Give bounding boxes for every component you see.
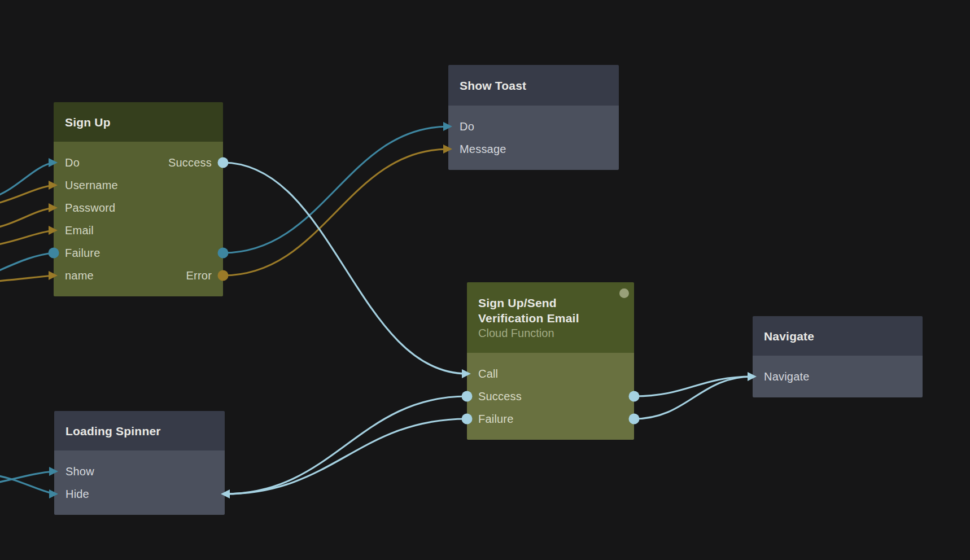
port-label-left: Message <box>460 143 506 156</box>
node-ports: Navigate <box>753 356 923 397</box>
wire-cloud-failure-to-spinner-hide[interactable] <box>225 419 467 494</box>
node-status-dot-icon <box>619 288 629 298</box>
port-row-success[interactable]: Success <box>467 385 634 408</box>
port-label-left: Failure <box>65 247 101 260</box>
wire-signup-failure-to-offscreen[interactable] <box>0 253 54 275</box>
node-ports: ShowHide <box>54 450 225 515</box>
port-label-left: Success <box>478 390 522 403</box>
port-label-left: Do <box>65 156 80 169</box>
node-title: Sign Up/Send Verification Email <box>478 295 619 326</box>
port-row-email[interactable]: Email <box>54 219 223 242</box>
wire-offscreen-to-signup-do[interactable] <box>0 163 54 199</box>
node-title: Navigate <box>764 329 908 344</box>
wire-cloud-success-to-spinner-hide[interactable] <box>225 396 467 494</box>
wire-signup-failure-to-toast-do[interactable] <box>223 126 448 253</box>
port-row-failure[interactable]: Failure <box>54 242 223 264</box>
node-ports: DoMessage <box>448 106 619 170</box>
node-ports: CallSuccessFailure <box>467 353 634 440</box>
node-graph-canvas[interactable]: Sign UpDoSuccessUsernamePasswordEmailFai… <box>0 0 970 560</box>
port-label-left: Do <box>460 120 474 133</box>
wire-offscreen-to-spinner-hide[interactable] <box>0 474 54 494</box>
node-header[interactable]: Navigate <box>753 316 923 356</box>
port-row-name[interactable]: nameError <box>54 264 223 287</box>
wire-offscreen-to-signup-email[interactable] <box>0 230 54 246</box>
port-label-left: Username <box>65 179 118 192</box>
node-ports: DoSuccessUsernamePasswordEmailFailurenam… <box>54 142 223 296</box>
node-title: Loading Spinner <box>65 423 210 439</box>
wire-offscreen-to-signup-password[interactable] <box>0 208 54 229</box>
port-label-right: Success <box>168 156 212 169</box>
wire-cloud-failure-to-navigate[interactable] <box>634 377 753 419</box>
port-row-do[interactable]: DoSuccess <box>54 151 223 174</box>
port-label-left: Navigate <box>764 370 810 383</box>
port-label-left: Failure <box>478 413 514 426</box>
port-label-left: Call <box>478 368 498 380</box>
port-label-left: Show <box>65 465 94 478</box>
port-row-show[interactable]: Show <box>54 460 225 483</box>
node-header[interactable]: Show Toast <box>448 65 619 106</box>
port-row-call[interactable]: Call <box>467 362 634 385</box>
port-label-left: Email <box>65 224 94 237</box>
port-row-password[interactable]: Password <box>54 196 223 219</box>
node-show-toast[interactable]: Show ToastDoMessage <box>448 65 619 170</box>
node-sign-up[interactable]: Sign UpDoSuccessUsernamePasswordEmailFai… <box>54 102 223 296</box>
port-label-left: Hide <box>65 488 89 501</box>
wire-cloud-success-to-navigate[interactable] <box>634 377 753 396</box>
wire-signup-error-to-toast-message[interactable] <box>223 149 448 275</box>
node-header[interactable]: Sign Up/Send Verification EmailCloud Fun… <box>467 282 634 353</box>
node-header[interactable]: Sign Up <box>54 102 223 142</box>
node-header[interactable]: Loading Spinner <box>54 411 225 450</box>
node-loading-spinner[interactable]: Loading SpinnerShowHide <box>54 411 225 515</box>
port-row-do[interactable]: Do <box>448 115 619 138</box>
port-row-username[interactable]: Username <box>54 174 223 196</box>
port-label-left: name <box>65 269 94 282</box>
port-row-failure[interactable]: Failure <box>467 408 634 430</box>
port-label-right: Error <box>186 269 212 282</box>
port-row-message[interactable]: Message <box>448 138 619 160</box>
node-navigate[interactable]: NavigateNavigate <box>753 316 923 397</box>
wire-offscreen-to-spinner-show[interactable] <box>0 471 54 484</box>
node-title: Sign Up <box>65 115 208 130</box>
wire-signup-success-to-cloud-call[interactable] <box>223 163 467 374</box>
node-title: Show Toast <box>460 78 604 93</box>
port-row-hide[interactable]: Hide <box>54 483 225 505</box>
node-subtitle: Cloud Function <box>478 326 619 340</box>
wire-offscreen-to-signup-username[interactable] <box>0 185 54 205</box>
port-row-navigate[interactable]: Navigate <box>753 365 923 388</box>
node-cloud-function[interactable]: Sign Up/Send Verification EmailCloud Fun… <box>467 282 634 440</box>
port-label-left: Password <box>65 202 115 215</box>
wire-offscreen-to-signup-name[interactable] <box>0 275 54 282</box>
